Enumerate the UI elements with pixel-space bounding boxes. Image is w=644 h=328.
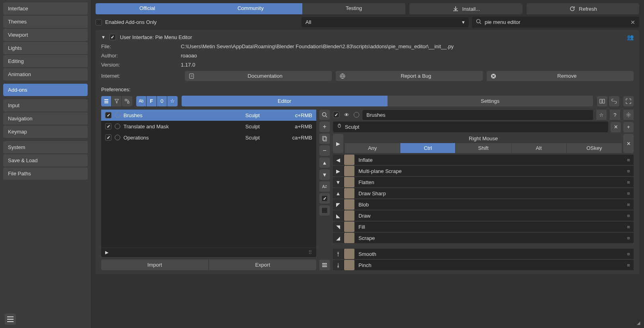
list-expand[interactable]: ▶	[105, 250, 108, 255]
drag-handle-icon[interactable]: ≡	[623, 177, 634, 187]
sidebar-item-keymap[interactable]: Keymap	[3, 126, 88, 138]
drag-handle-icon[interactable]: ≡	[623, 199, 634, 210]
refresh-button[interactable]: Refresh	[527, 3, 639, 14]
resize-handle[interactable]: ◢	[637, 320, 640, 326]
drag-handle-icon[interactable]: ⠿	[308, 249, 312, 255]
drag-handle-icon[interactable]: ≡	[623, 166, 634, 176]
menu-row[interactable]: Brushes Sculpt c+RMB	[101, 110, 316, 121]
sidebar-item-input[interactable]: Input	[3, 99, 88, 112]
check-all-button[interactable]	[319, 193, 330, 204]
sidebar-item-viewport[interactable]: Viewport	[3, 29, 88, 41]
text-ab-icon[interactable]: Ab	[136, 96, 147, 106]
move-down-button[interactable]: ▼	[319, 169, 330, 180]
brush-row[interactable]: ◀ Inflate ≡	[333, 155, 634, 165]
report-bug-button[interactable]: Report a Bug	[336, 71, 483, 81]
sidebar-item-themes[interactable]: Themes	[3, 16, 88, 28]
modifier-tab-shift[interactable]: Shift	[456, 143, 511, 153]
copy-button[interactable]	[319, 134, 330, 144]
remove-list-button[interactable]: −	[319, 145, 330, 156]
search-list-button[interactable]	[319, 110, 330, 120]
text-0-icon[interactable]: 0	[157, 96, 167, 106]
pref-tab-editor[interactable]: Editor	[182, 96, 388, 106]
sort-button[interactable]: AZ	[319, 181, 330, 192]
menu-row[interactable]: Operations Sculpt ca+RMB	[101, 132, 316, 143]
sidebar-item-interface[interactable]: Interface	[3, 2, 88, 15]
mode-field[interactable]: Sculpt	[333, 122, 608, 132]
drag-handle-icon[interactable]: ≡	[623, 260, 634, 270]
brush-row[interactable]: ⭱ Smooth ≡	[333, 249, 634, 259]
brush-row[interactable]: ◥ Fill ≡	[333, 222, 634, 232]
drag-handle-icon[interactable]: ≡	[623, 249, 634, 259]
detail-circle-icon[interactable]	[354, 112, 359, 118]
remove-button[interactable]: Remove	[487, 71, 634, 81]
export-button[interactable]: Export	[209, 259, 316, 270]
menu-row[interactable]: Translate and Mask Sculpt a+RMB	[101, 121, 316, 132]
more-button[interactable]	[319, 260, 330, 270]
category-dropdown[interactable]: All ▾	[301, 17, 469, 27]
clear-search-button[interactable]: ✕	[630, 19, 635, 26]
collapse-toggle[interactable]: ▼	[101, 35, 106, 39]
modifier-tab-any[interactable]: Any	[345, 143, 400, 153]
brush-row[interactable]: ▲ Draw Sharp ≡	[333, 188, 634, 198]
settings-button[interactable]	[623, 110, 634, 120]
hamburger-menu-button[interactable]	[5, 314, 16, 325]
enabled-only-checkbox[interactable]	[96, 19, 102, 26]
documentation-button[interactable]: Documentation	[185, 71, 332, 81]
add-mode-button[interactable]: +	[623, 122, 634, 132]
brush-row[interactable]: ◢ Scrape ≡	[333, 233, 634, 243]
menu-name-input[interactable]: Brushes	[362, 110, 593, 120]
sidebar-item-editing[interactable]: Editing	[3, 55, 88, 67]
close-mode-button[interactable]: ✕	[611, 122, 621, 132]
source-tab-testing[interactable]: Testing	[302, 3, 405, 14]
sidebar-item-system[interactable]: System	[3, 141, 88, 153]
brush-row[interactable]: ◤ Blob ≡	[333, 199, 634, 210]
brush-row[interactable]: ▼ Flatten ≡	[333, 177, 634, 187]
eye-icon[interactable]: 👁	[343, 112, 350, 118]
window-icon[interactable]	[597, 96, 607, 106]
sidebar-item-navigation[interactable]: Navigation	[3, 112, 88, 125]
drag-handle-icon[interactable]: ≡	[623, 155, 634, 165]
modifier-tab-alt[interactable]: Alt	[511, 143, 567, 153]
sidebar-item-animation[interactable]: Animation	[3, 68, 88, 81]
menu-checkbox[interactable]	[105, 112, 112, 118]
expand-key-row[interactable]: ▶	[333, 134, 343, 153]
modifier-tab-ctrl[interactable]: Ctrl	[400, 143, 456, 153]
text-f-icon[interactable]: F	[147, 96, 157, 106]
install-button[interactable]: Install...	[409, 3, 522, 14]
addon-enable-checkbox[interactable]	[110, 34, 116, 40]
tree-icon[interactable]	[122, 96, 132, 106]
sidebar-item-save-load[interactable]: Save & Load	[3, 154, 88, 167]
source-tab-community[interactable]: Community	[199, 3, 302, 14]
detail-enable-checkbox[interactable]	[333, 112, 339, 118]
favorite-button[interactable]: ☆	[596, 110, 607, 120]
drag-handle-icon[interactable]: ≡	[623, 210, 634, 221]
fullscreen-icon[interactable]	[623, 96, 634, 106]
brush-row[interactable]: ◣ Draw ≡	[333, 210, 634, 221]
list-icon[interactable]	[101, 96, 112, 106]
menu-list-pane: Brushes Sculpt c+RMB Translate and Mask …	[101, 110, 316, 270]
menu-checkbox[interactable]	[105, 123, 112, 130]
star-icon[interactable]: ☆	[167, 96, 178, 106]
source-tab-official[interactable]: Official	[96, 3, 199, 14]
filter-icon[interactable]	[112, 96, 122, 106]
drag-handle-icon[interactable]: ≡	[623, 188, 634, 198]
sidebar-item-file-paths[interactable]: File Paths	[3, 167, 88, 180]
help-button[interactable]: ?	[610, 110, 620, 120]
drag-handle-icon[interactable]: ≡	[623, 233, 634, 243]
sidebar-item-add-ons[interactable]: Add-ons	[3, 84, 88, 96]
modifier-tab-oskey[interactable]: OSkey	[567, 143, 622, 153]
brush-name: Blob	[355, 200, 622, 209]
close-key-button[interactable]: ✕	[623, 134, 634, 153]
add-button[interactable]: +	[319, 122, 330, 132]
pref-tab-settings[interactable]: Settings	[388, 96, 593, 106]
brush-row[interactable]: ▶ Multi-plane Scrape ≡	[333, 166, 634, 176]
uncheck-all-button[interactable]	[319, 205, 330, 216]
move-up-button[interactable]: ▲	[319, 157, 330, 168]
menu-checkbox[interactable]	[105, 134, 112, 141]
brush-row[interactable]: ⭳ Pinch ≡	[333, 260, 634, 270]
import-button[interactable]: Import	[101, 259, 208, 270]
sidebar-item-lights[interactable]: Lights	[3, 42, 88, 54]
addon-search-input[interactable]	[485, 19, 627, 25]
drag-handle-icon[interactable]: ≡	[623, 222, 634, 232]
link-icon[interactable]	[609, 96, 619, 106]
